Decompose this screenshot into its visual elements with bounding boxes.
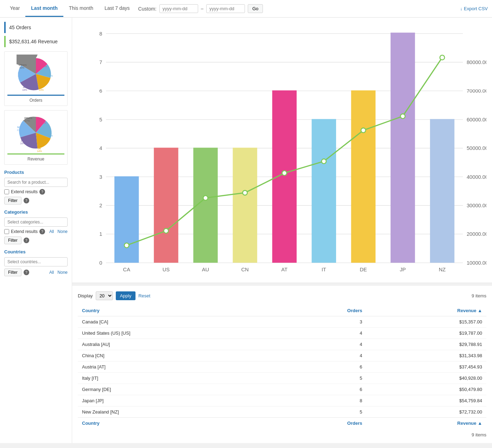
- items-count: 9 items: [472, 293, 486, 298]
- date-dash: –: [201, 6, 203, 11]
- custom-date-end[interactable]: [206, 4, 245, 13]
- custom-date-start[interactable]: [159, 4, 198, 13]
- countries-all-link[interactable]: All: [49, 270, 54, 275]
- cell-orders: 4: [282, 327, 366, 339]
- svg-text:70000.00: 70000.00: [467, 88, 486, 94]
- tab-last-7-days[interactable]: Last 7 days: [99, 0, 135, 17]
- svg-text:7: 7: [99, 59, 102, 65]
- revenue-pie-label: Revenue: [7, 153, 64, 162]
- svg-text:AT: AT: [281, 267, 288, 272]
- footer-country[interactable]: Country: [78, 417, 282, 429]
- table-row: Canada [CA] 3 $15,357.00: [78, 316, 486, 327]
- display-label: Display: [78, 293, 93, 298]
- col-country[interactable]: Country: [78, 305, 282, 316]
- rev-point-ca: [124, 243, 129, 248]
- table-row: Italy [IT] 5 $40,928.00: [78, 372, 486, 384]
- pie-de-label-orders: DE: [39, 86, 43, 88]
- col-orders[interactable]: Orders: [282, 305, 366, 316]
- cell-country: Austria [AT]: [78, 361, 282, 372]
- products-filter-button[interactable]: Filter: [4, 197, 21, 204]
- products-filter-help-icon[interactable]: ?: [24, 198, 29, 203]
- go-button[interactable]: Go: [248, 4, 263, 13]
- table-body: Canada [CA] 3 $15,357.00 United States (…: [78, 316, 486, 417]
- categories-select-input[interactable]: [4, 217, 68, 227]
- categories-all-link[interactable]: All: [49, 229, 54, 234]
- table-row: Australia [AU] 4 $29,788.91: [78, 339, 486, 350]
- cell-orders: 3: [282, 316, 366, 327]
- custom-label: Custom:: [138, 6, 157, 12]
- pie-others-label-rev: Others: [24, 117, 32, 119]
- pie-it-pct-rev: 12%: [48, 134, 53, 137]
- header-bar: Year Last month This month Last 7 days C…: [0, 0, 492, 18]
- cell-orders: 5: [282, 406, 366, 417]
- svg-text:8: 8: [99, 31, 102, 37]
- svg-text:0: 0: [99, 260, 102, 266]
- pie-de-pct-rev: 14%: [37, 150, 42, 152]
- rev-point-au: [203, 196, 208, 200]
- countries-select-input[interactable]: [4, 257, 68, 266]
- tab-this-month[interactable]: This month: [63, 0, 99, 17]
- categories-extend-row: Extend results ? All None: [4, 229, 68, 234]
- cell-revenue: $54,759.84: [366, 395, 486, 406]
- tab-last-month[interactable]: Last month: [25, 0, 63, 17]
- table-row: New Zealand [NZ] 5 $72,732.00: [78, 406, 486, 417]
- products-help-icon[interactable]: ?: [39, 189, 45, 195]
- pie-others-label-orders: Others: [19, 64, 27, 66]
- pie-de-label-rev: DE: [38, 147, 41, 150]
- rev-point-de: [361, 128, 366, 133]
- display-select[interactable]: 20: [96, 291, 113, 300]
- products-extend-label: Extend results: [11, 189, 38, 194]
- svg-text:5: 5: [99, 117, 102, 122]
- countries-filter-help-icon[interactable]: ?: [24, 270, 29, 275]
- svg-text:20000.00: 20000.00: [467, 232, 486, 237]
- reset-button[interactable]: Reset: [138, 293, 150, 298]
- countries-none-link[interactable]: None: [57, 270, 68, 275]
- download-icon: ↓: [460, 6, 463, 11]
- cell-country: United States (US) [US]: [78, 327, 282, 339]
- tab-year[interactable]: Year: [4, 0, 25, 17]
- main-layout: 45 Orders $352,631.46 Revenue: [0, 18, 492, 443]
- table-row: Germany [DE] 6 $50,479.80: [78, 384, 486, 395]
- categories-none-link[interactable]: None: [57, 229, 68, 234]
- table-footer-row: Country Orders Revenue ▲: [78, 417, 486, 429]
- bar-at: [272, 90, 296, 263]
- footer-revenue-sort-arrow: ▲: [478, 421, 482, 426]
- footer-orders[interactable]: Orders: [282, 417, 366, 429]
- products-extend-checkbox[interactable]: [4, 189, 9, 194]
- pie-nz-pct-rev: 21%: [17, 129, 22, 131]
- col-revenue[interactable]: Revenue ▲: [366, 305, 486, 316]
- svg-text:6: 6: [99, 88, 102, 94]
- stats-box: 45 Orders $352,631.46 Revenue: [4, 22, 68, 47]
- cell-country: Japan [JP]: [78, 395, 282, 406]
- countries-filter-section: Countries Filter ? All None: [4, 249, 68, 276]
- product-search-input[interactable]: [4, 178, 68, 187]
- countries-filter-button[interactable]: Filter: [4, 269, 21, 276]
- svg-text:AU: AU: [202, 267, 209, 272]
- revenue-stat: $352,631.46 Revenue: [4, 36, 68, 47]
- svg-text:US: US: [163, 267, 170, 272]
- bar-de: [351, 90, 376, 263]
- svg-text:30000.00: 30000.00: [467, 203, 486, 208]
- products-extend-row: Extend results ?: [4, 189, 68, 195]
- footer-revenue[interactable]: Revenue ▲: [366, 417, 486, 429]
- pie-at-label-rev: AT: [41, 119, 45, 121]
- pie-de-pct-orders: 13%: [39, 89, 44, 91]
- rev-point-us: [164, 228, 168, 233]
- svg-text:80000.00: 80000.00: [467, 59, 486, 65]
- svg-text:JP: JP: [400, 267, 406, 272]
- cell-country: New Zealand [NZ]: [78, 406, 282, 417]
- categories-help-icon[interactable]: ?: [39, 229, 45, 234]
- pie-jp-label-orders: JP: [23, 86, 26, 88]
- categories-filter-help-icon[interactable]: ?: [24, 238, 29, 243]
- apply-button[interactable]: Apply: [116, 291, 136, 300]
- table-header-row: Country Orders Revenue ▲: [78, 305, 486, 316]
- cell-revenue: $19,787.00: [366, 327, 486, 339]
- categories-extend-checkbox[interactable]: [4, 229, 9, 234]
- revenue-pie-chart: AT 11% IT 12% DE 14% JP 16% NZ 21% Other…: [17, 113, 55, 152]
- pie-jp-pct-rev: 16%: [20, 142, 25, 145]
- content-area: .grid-line { stroke: #e0e0e0; stroke-wid…: [72, 18, 492, 443]
- table-row: United States (US) [US] 4 $19,787.00: [78, 327, 486, 339]
- categories-filter-button[interactable]: Filter: [4, 236, 21, 244]
- table-row: Japan [JP] 8 $54,759.84: [78, 395, 486, 406]
- export-csv-button[interactable]: ↓ Export CSV: [460, 6, 488, 11]
